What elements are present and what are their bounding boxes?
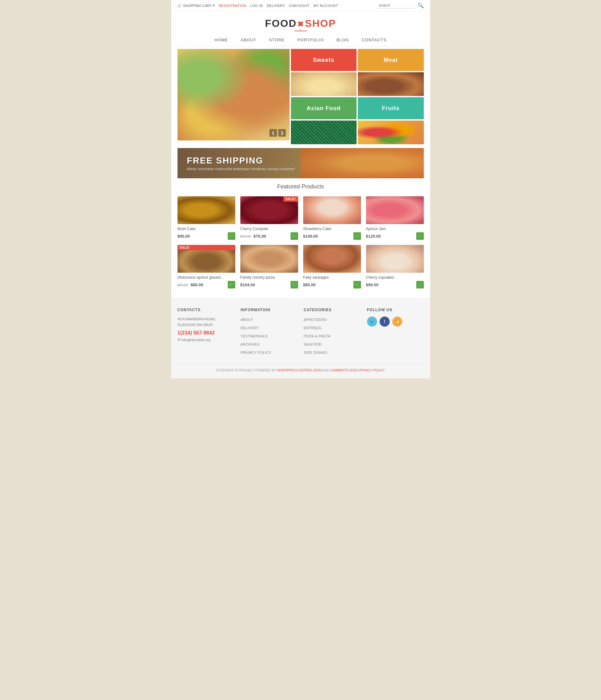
product-image-dickinsons[interactable]: SALE! [177, 245, 235, 273]
product-image-strawberry-cake[interactable] [303, 196, 361, 224]
nav-home[interactable]: HOME [214, 38, 228, 42]
category-meat-label[interactable]: Meat [358, 49, 424, 71]
footer-wp-link[interactable]: WORDPRESS ENTRIES (RSS) [277, 369, 322, 372]
free-shipping-banner: FREE SHIPPING Martyr veirtreatas coolunu… [177, 148, 424, 178]
category-sweets-image[interactable] [291, 72, 357, 96]
hero-prev-button[interactable]: ❮ [269, 129, 277, 136]
logo-area: FOOD✖SHOP [171, 11, 430, 34]
products-grid: Bizet Cake $95.00 🛒 SALE! Cherry Compote… [177, 196, 424, 289]
category-meat-image[interactable] [358, 72, 424, 96]
footer-link-testimonials[interactable]: TESTIMONIALS [241, 334, 268, 338]
top-bar: 🛒 SHOPPING CART ▾ REGISTRATION LOG IN DE… [171, 0, 430, 11]
product-name-dickinsons: Dickinsons apricot glazed... [177, 275, 235, 280]
add-to-cart-cherry-compote[interactable]: 🛒 [291, 232, 298, 240]
product-image-bizet-cake[interactable] [177, 196, 235, 224]
price-apricot-jam: $120.00 [366, 234, 381, 239]
price-dickinsons: $80.00 [191, 282, 203, 287]
logo-food-text: FOOD [265, 18, 296, 29]
nav-contacts[interactable]: CONTACTS [362, 38, 387, 42]
footer-comments-link[interactable]: COMMENTS (RSS) PRIVACY POLICY [330, 369, 385, 372]
footer-follow-title: FOLLOW US [367, 308, 424, 312]
logo-shop-text: SHOP [305, 18, 336, 29]
social-rss-button[interactable]: 📶 [392, 317, 402, 327]
category-asian-label[interactable]: Asian Food [291, 97, 357, 119]
cart-label[interactable]: SHOPPING CART [183, 4, 212, 7]
product-image-cherry-cupcakes[interactable] [366, 245, 424, 273]
add-to-cart-apricot-jam[interactable]: 🛒 [416, 232, 424, 240]
product-card-cherry-compote: SALE! Cherry Compote $75.00 $70.00 🛒 [240, 196, 298, 240]
price-bizet-cake: $95.00 [177, 234, 190, 239]
product-name-fatty-sausages: Fatty sausages [303, 275, 361, 280]
category-fruits-label[interactable]: Fruits [358, 97, 424, 119]
footer-categories-title: CATEGORIES [304, 308, 361, 312]
product-card-cherry-cupcakes: Cherry cupcakes $99.50 🛒 [366, 245, 424, 289]
price-original-cherry: $75.00 [240, 234, 251, 238]
footer-link-delivery[interactable]: DELIVERY [241, 326, 259, 330]
logo-divider [294, 31, 307, 31]
nav-about[interactable]: ABOUT [241, 38, 257, 42]
registration-link[interactable]: REGISTRATION [219, 4, 246, 7]
footer-link-side-dishes[interactable]: SIDE DISHES [304, 351, 328, 354]
checkout-link[interactable]: CHECKOUT [289, 4, 310, 7]
footer-link-archives[interactable]: ARCHIVES [241, 343, 260, 346]
nav-store[interactable]: STORE [269, 38, 285, 42]
nav-blog[interactable]: BLOG [336, 38, 349, 42]
social-twitter-button[interactable]: 🐦 [367, 317, 377, 327]
product-card-apricot-jam: Apricot Jam $120.00 🛒 [366, 196, 424, 240]
main-nav: HOME ABOUT STORE PORTFOLIO BLOG CONTACTS [171, 34, 430, 46]
featured-section: Featured Products Bizet Cake $95.00 🛒 SA… [171, 183, 430, 295]
category-asian-image[interactable] [291, 121, 357, 144]
footer-email[interactable]: ✉ info@demolink.org [177, 338, 234, 342]
sale-badge-dickinsons: SALE! [177, 245, 235, 250]
add-to-cart-dickinsons[interactable]: 🛒 [228, 281, 235, 289]
price-family-pizza: $104.00 [240, 282, 255, 287]
sale-badge-cherry: SALE! [283, 196, 298, 202]
footer-grid: CONTACTS 4578 MARMORA ROAD, GLASGOW D04 … [177, 308, 424, 357]
add-to-cart-family-pizza[interactable]: 🛒 [291, 281, 298, 289]
footer-link-about[interactable]: ABOUT [241, 318, 253, 322]
product-card-fatty-sausages: Fatty sausages $85.00 🛒 [303, 245, 361, 289]
cart-button[interactable]: 🛒 SHOPPING CART ▾ [177, 3, 215, 7]
product-name-cherry-cupcakes: Cherry cupcakes [366, 275, 424, 280]
footer-categories-links: APPETIZERS ENTREES PIZZA & PASTA SEAFOOD… [304, 317, 361, 355]
footer-link-pizza-pasta[interactable]: PIZZA & PASTA [304, 334, 331, 338]
search-button[interactable]: 🔍 [417, 2, 424, 8]
footer-link-entrees[interactable]: ENTREES [304, 326, 321, 330]
top-links: REGISTRATION LOG IN DELIVERY CHECKOUT MY… [219, 4, 338, 7]
product-image-apricot-jam[interactable] [366, 196, 424, 224]
my-account-link[interactable]: MY ACCOUNT [313, 4, 338, 7]
banner-subtitle: Martyr veirtreatas coolunuhfa doleirtyua… [187, 167, 414, 171]
footer-link-appetizers[interactable]: APPETIZERS [304, 318, 327, 322]
delivery-link[interactable]: DELIVERY [267, 4, 285, 7]
footer-phone[interactable]: 1(234) 567-9842 [177, 330, 234, 336]
add-to-cart-bizet-cake[interactable]: 🛒 [228, 232, 235, 240]
hero-section: ❮ ❯ Sweets Meat Asian Food Fruits [171, 46, 430, 147]
product-image-fatty-sausages[interactable] [303, 245, 361, 273]
price-original-dickinsons: $84.50 [177, 283, 188, 287]
social-facebook-button[interactable]: f [380, 317, 390, 327]
nav-portfolio[interactable]: PORTFOLIO [297, 38, 324, 42]
product-image-cherry-compote[interactable]: SALE! [240, 196, 298, 224]
add-to-cart-fatty-sausages[interactable]: 🛒 [353, 281, 361, 289]
category-sweets-label[interactable]: Sweets [291, 49, 357, 71]
product-card-family-pizza: Family country pizza $104.00 🛒 [240, 245, 298, 289]
site-logo[interactable]: FOOD✖SHOP [171, 18, 430, 29]
footer-information-links: ABOUT DELIVERY TESTIMONIALS ARCHIVES PRI… [241, 317, 297, 355]
category-fruits-image[interactable] [358, 121, 424, 144]
footer-information-title: INFORMATION [241, 308, 297, 312]
search-input[interactable] [377, 2, 415, 8]
product-image-family-pizza[interactable] [240, 245, 298, 273]
product-card-bizet-cake: Bizet Cake $95.00 🛒 [177, 196, 235, 240]
add-to-cart-strawberry-cake[interactable]: 🛒 [353, 232, 361, 240]
product-name-bizet-cake: Bizet Cake [177, 227, 235, 231]
footer-link-seafood[interactable]: SEAFOOD [304, 343, 322, 346]
footer-link-privacy[interactable]: PRIVACY POLICY [241, 351, 272, 354]
footer-categories-col: CATEGORIES APPETIZERS ENTREES PIZZA & PA… [304, 308, 361, 357]
hero-next-button[interactable]: ❯ [278, 129, 286, 136]
price-fatty-sausages: $85.00 [303, 282, 316, 287]
add-to-cart-cherry-cupcakes[interactable]: 🛒 [416, 281, 424, 289]
product-name-family-pizza: Family country pizza [240, 275, 298, 280]
email-icon: ✉ [177, 338, 180, 342]
footer-information-col: INFORMATION ABOUT DELIVERY TESTIMONIALS … [241, 308, 297, 357]
login-link[interactable]: LOG IN [250, 4, 263, 7]
